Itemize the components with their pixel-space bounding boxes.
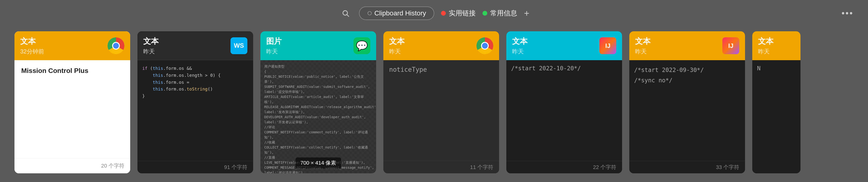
card-2-type: 文本 [143, 36, 159, 47]
card-2-header: 文本 昨天 WS [137, 31, 253, 60]
card-2-header-left: 文本 昨天 [143, 36, 159, 56]
search-button[interactable] [339, 6, 352, 20]
more-options-button[interactable]: ••• [841, 8, 854, 18]
card-5-type: 文本 [512, 36, 528, 47]
card-6-footer: 33 个字符 [629, 161, 745, 173]
card-3-code-text: 用户通知类型 { PUBLIC_NOTICE(value:'public_not… [264, 64, 372, 173]
card-6-char-count: 33 个字符 [716, 164, 739, 171]
card-4-char-count: 11 个字符 [470, 164, 493, 171]
card-2-time: 昨天 [143, 48, 159, 56]
add-tag-button[interactable]: + [524, 9, 529, 18]
card-4[interactable]: 文本 昨天 noticeType 11 个字符 [383, 31, 499, 173]
card-2-char-count: 91 个字符 [224, 164, 247, 171]
card-2-app-icon: WS [230, 37, 247, 54]
card-3-header-left: 图片 昨天 [266, 36, 282, 56]
card-6-content: /*start 2022-09-30*//*sync no*/ [629, 60, 745, 161]
card-2-content: if (this.form.os && this.form.os.length … [137, 60, 253, 161]
card-6[interactable]: 文本 昨天 IJ /*start 2022-09-30*//*sync no*/… [629, 31, 745, 173]
card-3-image-size: 700 × 414 像素 [296, 157, 341, 169]
card-5-content: /*start 2022-10-20*/ [506, 60, 622, 161]
card-partial-header: 文本 昨天 [752, 31, 801, 60]
card-6-app-icon: IJ [722, 37, 739, 54]
card-5-char-count: 22 个字符 [593, 164, 616, 171]
card-4-header-left: 文本 昨天 [389, 36, 405, 56]
card-3[interactable]: 图片 昨天 💬 用户通知类型 { PUBLIC_NOTICE(value:'pu… [260, 31, 376, 173]
card-1-char-count: 20 个字符 [101, 163, 124, 169]
card-partial-code: N [757, 65, 761, 72]
card-1[interactable]: 文本 32分钟前 Mission Control Plus 20 个字符 [14, 31, 130, 173]
svg-line-1 [347, 15, 349, 16]
card-3-header: 图片 昨天 💬 [260, 31, 376, 60]
card-5-footer: 22 个字符 [506, 161, 622, 173]
card-1-type: 文本 [20, 36, 44, 47]
card-1-text: Mission Control Plus [21, 67, 123, 75]
clipboard-history-pill[interactable]: Clipboard History [359, 6, 434, 20]
card-3-type: 图片 [266, 36, 282, 47]
card-1-header: 文本 32分钟前 [14, 31, 130, 60]
card-4-footer: 11 个字符 [383, 161, 499, 173]
card-4-header: 文本 昨天 [383, 31, 499, 60]
card-4-code: noticeType [389, 66, 427, 73]
card-partial-header-left: 文本 昨天 [758, 36, 774, 56]
card-5-app-icon: IJ [599, 37, 616, 54]
card-1-content: Mission Control Plus [14, 60, 130, 158]
card-3-time: 昨天 [266, 48, 282, 56]
card-6-header: 文本 昨天 IJ [629, 31, 745, 60]
card-6-code: /*start 2022-09-30*//*sync no*/ [634, 65, 740, 86]
card-4-type: 文本 [389, 36, 405, 47]
card-5-header: 文本 昨天 IJ [506, 31, 622, 60]
card-1-header-left: 文本 32分钟前 [20, 36, 44, 56]
card-2[interactable]: 文本 昨天 WS if (this.form.os && this.form.o… [137, 31, 253, 173]
card-1-footer: 20 个字符 [14, 158, 130, 173]
card-2-footer: 91 个字符 [137, 161, 253, 173]
card-3-code-overlay: 用户通知类型 { PUBLIC_NOTICE(value:'public_not… [260, 60, 376, 173]
card-3-content: 用户通知类型 { PUBLIC_NOTICE(value:'public_not… [260, 60, 376, 173]
card-3-app-icon: 💬 [353, 37, 370, 54]
card-5-time: 昨天 [512, 48, 528, 56]
tag-dot-red [441, 11, 446, 16]
pill-label: Clipboard History [374, 9, 426, 17]
tag-useful-links-label: 实用链接 [449, 9, 476, 18]
card-5[interactable]: 文本 昨天 IJ /*start 2022-10-20*/ 22 个字符 [506, 31, 622, 173]
card-1-app-icon [107, 37, 124, 54]
card-2-code: if (this.form.os && this.form.os.length … [142, 65, 248, 100]
card-5-code: /*start 2022-10-20*/ [511, 65, 581, 72]
card-6-type: 文本 [635, 36, 651, 47]
card-4-content: noticeType [383, 60, 499, 161]
svg-point-2 [368, 11, 371, 15]
tag-useful-links[interactable]: 实用链接 [441, 9, 476, 18]
card-6-header-left: 文本 昨天 [635, 36, 651, 56]
card-partial-time: 昨天 [758, 48, 774, 56]
card-1-time: 32分钟前 [20, 48, 44, 56]
card-5-header-left: 文本 昨天 [512, 36, 528, 56]
card-partial-content: N [752, 60, 801, 173]
tag-dot-blue [483, 11, 487, 16]
tag-common-info[interactable]: 常用信息 [483, 9, 517, 18]
card-4-time: 昨天 [389, 48, 405, 56]
card-partial: 文本 昨天 N [752, 31, 801, 173]
cards-container: 文本 32分钟前 Mission Control Plus 20 个字符 文本 … [0, 27, 868, 182]
top-bar: Clipboard History 实用链接 常用信息 + ••• [0, 0, 868, 27]
card-6-time: 昨天 [635, 48, 651, 56]
card-4-app-icon [476, 37, 493, 54]
tag-common-info-label: 常用信息 [490, 9, 517, 18]
card-partial-type: 文本 [758, 36, 774, 47]
